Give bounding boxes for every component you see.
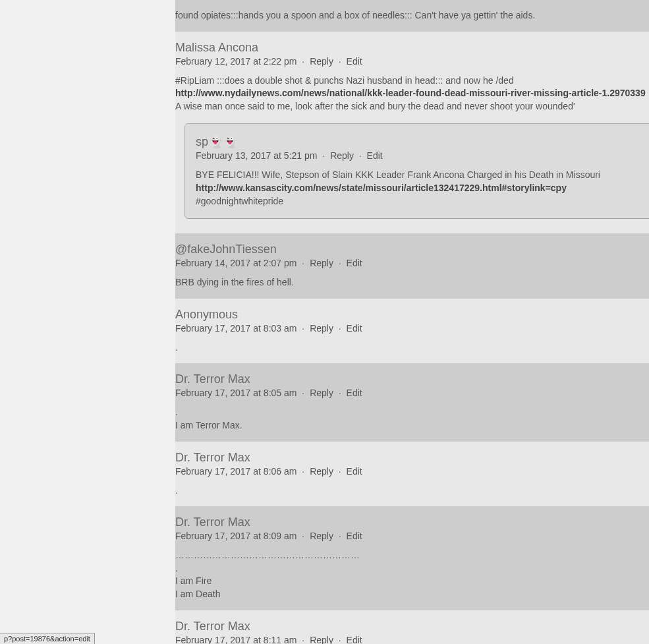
- reply-link[interactable]: Reply: [310, 323, 333, 334]
- separator-icon: ·: [302, 531, 304, 541]
- edit-link[interactable]: Edit: [347, 466, 362, 477]
- comment-body: .I am Terror Max.: [175, 406, 649, 432]
- reply-link[interactable]: Reply: [310, 258, 333, 268]
- comment-body: .: [175, 341, 649, 355]
- comment-body: found opiates:::hands you a spoon and a …: [175, 9, 649, 22]
- reply-link[interactable]: Reply: [310, 388, 333, 398]
- comment: Dr. Terror Max February 17, 2017 at 8:09…: [175, 506, 649, 610]
- comment-timestamp-link[interactable]: February 17, 2017 at 8:03 am: [175, 323, 296, 334]
- nested-comment: sp👻👻 February 13, 2017 at 5:21 pm · Repl…: [184, 123, 649, 219]
- comment-text: #RipLiam :::does a double shot & punchs …: [175, 74, 649, 88]
- edit-link[interactable]: Edit: [367, 150, 383, 161]
- comment-author: sp👻👻: [196, 134, 649, 149]
- comment-body: #RipLiam :::does a double shot & punchs …: [175, 74, 649, 113]
- separator-icon: ·: [339, 323, 341, 334]
- comment: Dr. Terror Max February 17, 2017 at 8:05…: [175, 363, 649, 441]
- comment-text: found opiates:::hands you a spoon and a …: [175, 9, 649, 22]
- reply-link[interactable]: Reply: [310, 466, 333, 477]
- comment-meta: February 13, 2017 at 5:21 pm · Reply · E…: [196, 150, 649, 161]
- comment-timestamp-link[interactable]: February 13, 2017 at 5:21 pm: [196, 150, 317, 161]
- separator-icon: ·: [302, 323, 304, 334]
- comment-external-link[interactable]: http://www.kansascity.com/news/state/mis…: [196, 183, 567, 193]
- comment-meta: February 17, 2017 at 8:09 am · Reply · E…: [175, 531, 649, 541]
- browser-status-bar: p?post=19876&action=edit: [0, 633, 95, 644]
- comment-author: Dr. Terror Max: [175, 515, 649, 529]
- edit-link[interactable]: Edit: [347, 323, 362, 334]
- separator-icon: ·: [339, 56, 341, 67]
- comment-meta: February 17, 2017 at 8:06 am · Reply · E…: [175, 466, 649, 477]
- comment-meta: February 14, 2017 at 2:07 pm · Reply · E…: [175, 258, 649, 268]
- comment-author: Anonymous: [175, 308, 649, 322]
- reply-link[interactable]: Reply: [310, 56, 333, 67]
- reply-link[interactable]: Reply: [310, 635, 333, 645]
- edit-link[interactable]: Edit: [347, 635, 362, 645]
- comment-body: BRB dying in the fires of hell.: [175, 276, 649, 289]
- comment: Malissa Ancona February 12, 2017 at 2:22…: [175, 32, 649, 234]
- separator-icon: ·: [339, 258, 341, 268]
- comment-timestamp-link[interactable]: February 17, 2017 at 8:11 am: [175, 635, 296, 645]
- comment-text: A wise man once said to me, look after t…: [175, 100, 649, 113]
- comment: Dr. Terror Max February 17, 2017 at 8:06…: [175, 442, 649, 507]
- separator-icon: ·: [339, 531, 341, 541]
- comment-meta: February 17, 2017 at 8:03 am · Reply · E…: [175, 323, 649, 334]
- reply-link[interactable]: Reply: [330, 150, 354, 161]
- comment-meta: February 17, 2017 at 8:11 am · Reply · E…: [175, 635, 649, 645]
- separator-icon: ·: [339, 635, 341, 645]
- comment-text: I am Death: [175, 588, 649, 601]
- comment-timestamp-link[interactable]: February 17, 2017 at 8:06 am: [175, 466, 296, 477]
- comment-text: .: [175, 406, 649, 419]
- comment: Anonymous February 17, 2017 at 8:03 am ·…: [175, 299, 649, 364]
- comment-meta: February 17, 2017 at 8:05 am · Reply · E…: [175, 388, 649, 398]
- comment-author: Dr. Terror Max: [175, 620, 649, 633]
- comment-text: .: [175, 484, 649, 498]
- comments-list: found opiates:::hands you a spoon and a …: [175, 0, 649, 644]
- separator-icon: ·: [302, 466, 304, 477]
- comment-timestamp-link[interactable]: February 12, 2017 at 2:22 pm: [175, 56, 296, 67]
- comment-body: …………………………………………………….I am FireI am Death: [175, 549, 649, 600]
- separator-icon: ·: [359, 150, 362, 161]
- separator-icon: ·: [302, 258, 304, 268]
- separator-icon: ·: [322, 150, 325, 161]
- comment-author: Malissa Ancona: [175, 41, 649, 55]
- comment-body: BYE FELICIA!!! Wife, Stepson of Slain KK…: [196, 169, 649, 208]
- separator-icon: ·: [302, 56, 304, 67]
- comment-external-link[interactable]: http://www.nydailynews.com/news/national…: [175, 88, 646, 98]
- comment-text: I am Terror Max.: [175, 419, 649, 432]
- comment-timestamp-link[interactable]: February 17, 2017 at 8:05 am: [175, 388, 296, 398]
- comment-text: I am Fire: [175, 575, 649, 588]
- comment-timestamp-link[interactable]: February 14, 2017 at 2:07 pm: [175, 258, 296, 268]
- comment: @fakeJohnTiessen February 14, 2017 at 2:…: [175, 233, 649, 299]
- comment-meta: February 12, 2017 at 2:22 pm · Reply · E…: [175, 56, 649, 67]
- edit-link[interactable]: Edit: [347, 388, 362, 398]
- edit-link[interactable]: Edit: [347, 258, 362, 268]
- edit-link[interactable]: Edit: [347, 56, 362, 67]
- separator-icon: ·: [302, 388, 304, 398]
- comment-author: Dr. Terror Max: [175, 451, 649, 465]
- comment-text: .: [175, 562, 649, 575]
- separator-icon: ·: [339, 388, 341, 398]
- comment-text: ……………………………………………………: [175, 549, 649, 562]
- comment-timestamp-link[interactable]: February 17, 2017 at 8:09 am: [175, 531, 296, 541]
- separator-icon: ·: [339, 466, 341, 477]
- comment: found opiates:::hands you a spoon and a …: [175, 0, 649, 32]
- comment-body: .: [175, 484, 649, 498]
- comment-text: BRB dying in the fires of hell.: [175, 276, 649, 289]
- comment-text: #goodnightwhitepride: [196, 195, 649, 208]
- comment-text: BYE FELICIA!!! Wife, Stepson of Slain KK…: [196, 169, 649, 182]
- comment-text: .: [175, 341, 649, 355]
- edit-link[interactable]: Edit: [347, 531, 362, 541]
- comment-author: @fakeJohnTiessen: [175, 243, 649, 256]
- comment-author: Dr. Terror Max: [175, 372, 649, 386]
- separator-icon: ·: [302, 635, 304, 645]
- reply-link[interactable]: Reply: [310, 531, 333, 541]
- comment: Dr. Terror Max February 17, 2017 at 8:11…: [175, 610, 649, 645]
